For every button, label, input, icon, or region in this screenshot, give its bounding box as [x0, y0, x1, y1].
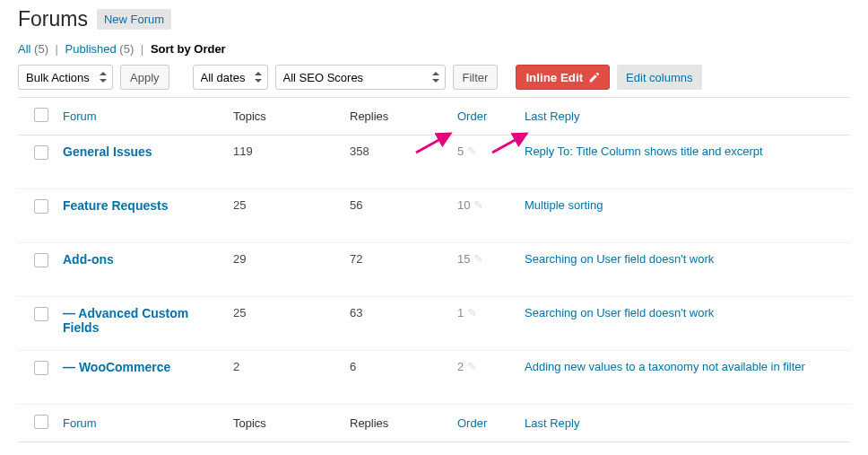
sort-by-order: Sort by Order	[151, 42, 226, 56]
filter-published-count: (5)	[119, 42, 134, 56]
bulk-actions-select[interactable]: Bulk Actions	[18, 65, 113, 90]
replies-cell: 56	[341, 189, 448, 243]
topics-cell: 25	[224, 297, 341, 351]
select-all-checkbox[interactable]	[34, 108, 48, 122]
table-row: — WooCommerce262✎Adding new values to a …	[18, 351, 850, 405]
replies-cell: 63	[341, 297, 448, 351]
order-cell: 1✎	[448, 297, 516, 351]
col-order-footer[interactable]: Order	[457, 416, 487, 430]
pencil-icon[interactable]: ✎	[473, 198, 483, 212]
last-reply-link[interactable]: Reply To: Title Column shows title and e…	[525, 144, 763, 158]
table-row: General Issues1193585✎Reply To: Title Co…	[18, 136, 850, 189]
topics-cell: 119	[224, 136, 341, 189]
edit-columns-button[interactable]: Edit columns	[617, 65, 701, 90]
order-cell: 10✎	[448, 189, 516, 243]
forums-table: Forum Topics Replies Order Last Reply Ge…	[18, 97, 850, 442]
dates-select[interactable]: All dates	[193, 65, 268, 90]
table-row: — Advanced Custom Fields25631✎Searching …	[18, 297, 850, 351]
forum-link[interactable]: Add-ons	[63, 252, 114, 267]
new-forum-button[interactable]: New Forum	[97, 9, 171, 30]
col-forum-footer[interactable]: Forum	[63, 416, 97, 430]
col-last-reply-footer[interactable]: Last Reply	[525, 416, 579, 430]
row-checkbox[interactable]	[34, 145, 48, 160]
replies-cell: 358	[341, 136, 448, 189]
col-replies-footer: Replies	[341, 405, 448, 442]
pencil-icon[interactable]: ✎	[467, 306, 477, 319]
topics-cell: 29	[224, 243, 341, 297]
col-topics-footer: Topics	[224, 405, 341, 442]
row-checkbox[interactable]	[34, 199, 48, 214]
last-reply-link[interactable]: Multiple sorting	[525, 198, 603, 212]
row-checkbox[interactable]	[34, 361, 48, 375]
filter-published-link[interactable]: Published	[65, 42, 117, 56]
col-topics: Topics	[224, 98, 341, 136]
replies-cell: 6	[341, 351, 448, 405]
last-reply-link[interactable]: Searching on User field doesn't work	[525, 306, 714, 319]
topics-cell: 2	[224, 351, 341, 405]
apply-button[interactable]: Apply	[120, 65, 169, 90]
select-all-checkbox-footer[interactable]	[34, 415, 48, 429]
status-filters: All (5) | Published (5) | Sort by Order	[18, 42, 850, 56]
last-reply-link[interactable]: Adding new values to a taxonomy not avai…	[525, 360, 805, 373]
edit-icon	[588, 72, 600, 83]
page-title: Forums	[18, 7, 88, 31]
topics-cell: 25	[224, 189, 341, 243]
order-cell: 2✎	[448, 351, 516, 405]
forum-link[interactable]: General Issues	[63, 144, 152, 159]
forum-link[interactable]: — WooCommerce	[63, 360, 170, 374]
row-checkbox[interactable]	[34, 307, 48, 321]
filter-all-link[interactable]: All	[18, 42, 30, 56]
pencil-icon[interactable]: ✎	[467, 360, 477, 373]
pencil-icon[interactable]: ✎	[473, 252, 483, 266]
forum-link[interactable]: Feature Requests	[63, 198, 168, 213]
order-cell: 15✎	[448, 243, 516, 297]
table-row: Feature Requests255610✎Multiple sorting	[18, 189, 850, 243]
forum-link[interactable]: — Advanced Custom Fields	[63, 306, 188, 335]
seo-scores-select[interactable]: All SEO Scores	[275, 65, 446, 90]
filter-all-count: (5)	[34, 42, 48, 56]
order-cell: 5✎	[448, 136, 516, 189]
col-replies: Replies	[341, 98, 448, 136]
table-row: Add-ons297215✎Searching on User field do…	[18, 243, 850, 297]
col-order[interactable]: Order	[457, 109, 487, 123]
row-checkbox[interactable]	[34, 253, 48, 267]
col-last-reply[interactable]: Last Reply	[525, 109, 579, 123]
pencil-icon[interactable]: ✎	[467, 144, 477, 158]
inline-edit-button[interactable]: Inline Edit	[516, 65, 610, 90]
last-reply-link[interactable]: Searching on User field doesn't work	[525, 252, 714, 266]
col-forum[interactable]: Forum	[63, 109, 97, 123]
filter-button[interactable]: Filter	[453, 65, 499, 90]
replies-cell: 72	[341, 243, 448, 297]
